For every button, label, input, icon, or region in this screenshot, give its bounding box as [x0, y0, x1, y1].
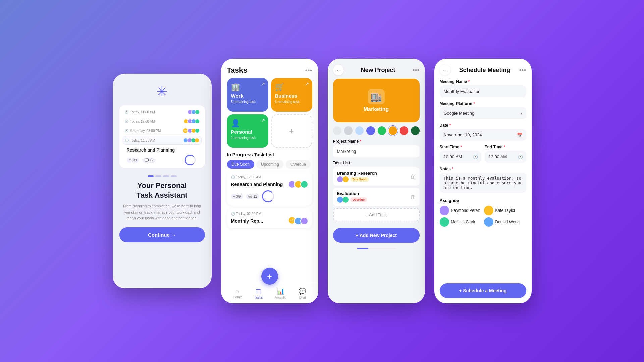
task-list-item-branding: Branding Research Due Soon 🗑 [333, 167, 420, 186]
home-icon: ⌂ [235, 288, 239, 295]
more-options-button[interactable]: ••• [519, 66, 526, 74]
avatar [440, 217, 449, 227]
add-category-button[interactable]: + [271, 114, 312, 148]
swatch-blue-light[interactable] [355, 126, 364, 135]
clock-icon: 🕐 [125, 110, 128, 114]
task-name: Branding Research [337, 171, 377, 176]
new-project-screen: ← New Project ••• 🏬 Marketing Project Na… [328, 59, 425, 303]
new-project-header: ← New Project ••• [328, 59, 425, 79]
onboarding-screen: ✳ 🕐 Today, 11:00 PM 🕐 Today, 12:00 AM [113, 74, 212, 288]
continue-button[interactable]: Continue → [119, 227, 205, 242]
filter-overdue[interactable]: Overdue [286, 160, 311, 169]
nav-home[interactable]: ⌂ Home [233, 288, 242, 299]
platform-select[interactable]: Google Meeting Zoom Microsoft Teams [440, 107, 526, 119]
work-label: Work [231, 93, 244, 99]
personal-icon: 👤 [231, 119, 264, 128]
nav-tasks[interactable]: ☰ Tasks [254, 288, 263, 299]
notes-textarea[interactable]: This is a monthly evaluation, so please … [440, 173, 526, 193]
tasks-label: Tasks [254, 296, 263, 299]
delete-icon[interactable]: 🗑 [410, 194, 416, 200]
more-options-button[interactable]: ••• [412, 66, 419, 74]
more-options-button[interactable]: ••• [305, 67, 312, 74]
work-icon: 🏢 [231, 83, 264, 92]
assignee-raymond: Raymond Perez [440, 206, 482, 215]
assignee-name: Melissa Clark [451, 220, 475, 224]
fab-add-button[interactable]: + [261, 268, 278, 285]
task-preview-list: 🕐 Today, 11:00 PM 🕐 Today, 12:00 AM [119, 105, 205, 168]
comment-chip: 💬 12 [246, 194, 259, 199]
avatar [484, 217, 493, 227]
notes-label: Notes * [440, 167, 526, 171]
assignee-section: Assignee Raymond Perez Kate Taylor Melis… [440, 198, 526, 227]
app-logo-icon: ✳ [156, 84, 168, 99]
comment-count: 12 [150, 158, 153, 162]
swatch-dark-green[interactable] [411, 126, 419, 135]
delete-icon[interactable]: 🗑 [410, 174, 416, 180]
date-input[interactable] [440, 129, 526, 141]
personal-category[interactable]: ↗ 👤 Personal 1 remaining task [227, 114, 268, 148]
end-time-col: End Time * 🕐 [485, 145, 526, 163]
back-button[interactable]: ← [440, 65, 450, 75]
back-button[interactable]: ← [333, 65, 344, 75]
dot [163, 175, 169, 177]
start-time-wrapper: 🕐 [440, 151, 481, 163]
task-time: Today, 11:00 AM [130, 139, 155, 142]
swatch-indigo[interactable] [366, 126, 375, 135]
meeting-name-input[interactable] [440, 85, 526, 97]
task-avatars [184, 119, 200, 124]
clock-icon: 🕐 [125, 120, 128, 123]
home-label: Home [233, 295, 242, 299]
task-count-chip: ≡ 3/9 [231, 194, 244, 199]
add-new-project-button[interactable]: + Add New Project [333, 228, 420, 243]
task-time-value: Today, 02:00 PM [236, 212, 261, 216]
task-item-monthly: 🕐 Today, 02:00 PM Monthly Rep... +2 [227, 208, 312, 228]
task-time: Today, 12:00 AM [130, 120, 155, 123]
nav-analytic[interactable]: 📊 Analytic [275, 288, 286, 299]
comment-icon: 💬 [145, 158, 149, 162]
time-row: Start Time * 🕐 End Time * 🕐 [440, 145, 526, 163]
business-icon: 🛒 [275, 83, 308, 92]
swatch-orange[interactable] [389, 126, 397, 135]
swatch-green[interactable] [378, 126, 386, 135]
project-name-input[interactable] [333, 145, 420, 157]
tasks-icon: ☰ [256, 288, 261, 295]
task-item-name: Monthly Rep... [231, 218, 263, 224]
task-row: 🕐 Today, 12:00 AM [123, 117, 202, 125]
start-time-label: Start Time * [440, 145, 481, 149]
calendar-icon: 📅 [517, 132, 522, 137]
nav-chat[interactable]: 💬 Chat [299, 288, 306, 299]
chat-label: Chat [299, 296, 306, 299]
task-list-section: Task List Branding Research Due Soon 🗑 E… [328, 161, 425, 225]
swatch-gray2[interactable] [344, 126, 353, 135]
project-name-label: Project Name * [333, 139, 420, 144]
meeting-name-label: Meeting Name * [440, 79, 526, 84]
business-category[interactable]: ↗ 🛒 Business 6 remaining task [271, 78, 312, 112]
swatch-red[interactable] [400, 126, 408, 135]
task-meta: Due Soon [337, 176, 377, 182]
schedule-meeting-button[interactable]: + Schedule a Meeting [440, 283, 526, 298]
dot [171, 175, 177, 177]
banner-label: Marketing [364, 106, 389, 112]
task-row: 🕐 Today, 11:00 PM [123, 108, 202, 116]
task-item-time: 🕐 Today, 12:00 AM [231, 175, 308, 179]
add-task-button[interactable]: + Add Task [333, 208, 420, 221]
list-icon: ≡ [129, 158, 131, 162]
task-avatars [183, 138, 199, 143]
avatar [484, 206, 493, 215]
assignee-melissa: Melissa Clark [440, 217, 482, 227]
filter-due-soon[interactable]: Due Soon [227, 160, 254, 169]
onboarding-heading: Your Personal Task Assistant [137, 181, 188, 200]
end-time-label: End Time * [485, 145, 526, 149]
dot-active [148, 175, 154, 177]
meeting-form: Meeting Name * Meeting Platform * Google… [434, 79, 532, 281]
task-count-chip: ≡ 3/9 [127, 158, 139, 163]
onboarding-subtext: From planning to completion, we're here … [119, 203, 205, 221]
marketing-icon: 🏬 [368, 89, 385, 104]
swatch-gray1[interactable] [333, 126, 341, 135]
work-category[interactable]: ↗ 🏢 Work 5 remaining task [227, 78, 268, 112]
filter-upcoming[interactable]: Upcoming [256, 160, 284, 169]
task-time: Today, 11:00 PM [130, 110, 155, 114]
task-item-avatars: +2 [289, 217, 308, 225]
clock-icon: 🕐 [231, 212, 235, 216]
task-item-research: 🕐 Today, 12:00 AM Research and Planning … [227, 172, 312, 206]
